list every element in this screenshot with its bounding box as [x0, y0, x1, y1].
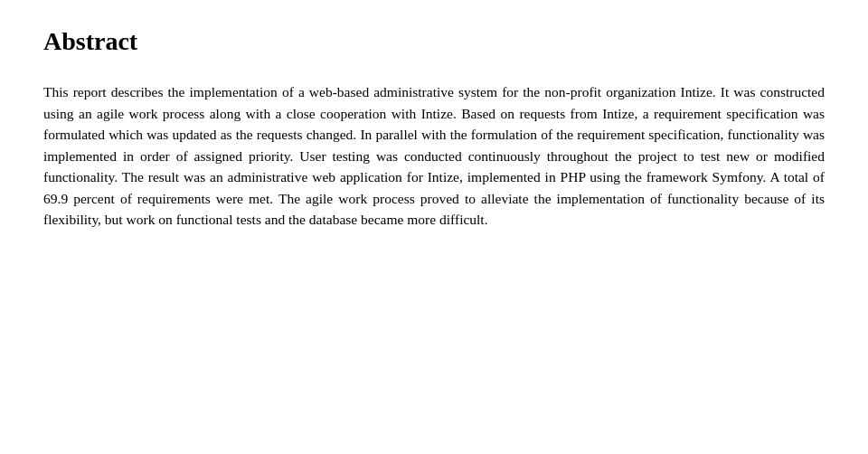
abstract-heading: Abstract — [43, 27, 825, 56]
abstract-body-text: This report describes the implementation… — [43, 81, 825, 231]
